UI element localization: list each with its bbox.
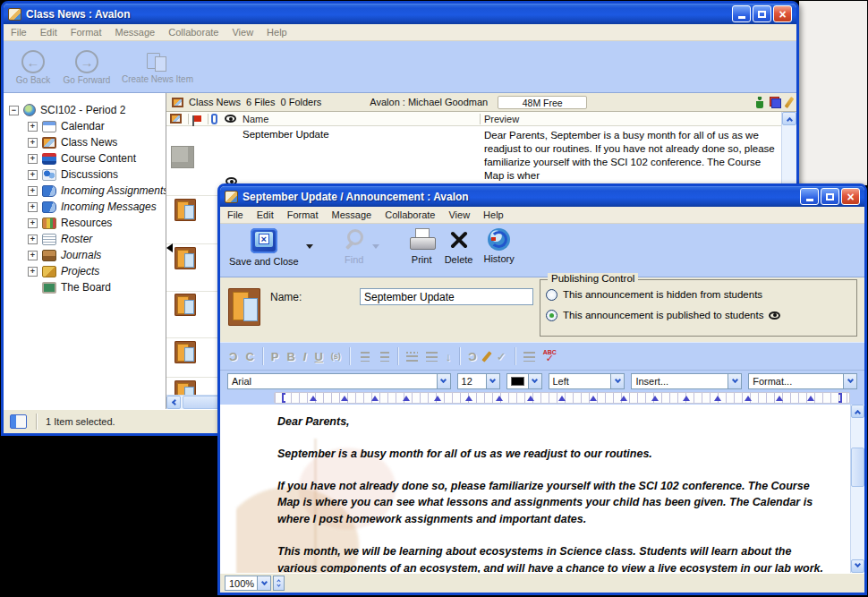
dropdown-button[interactable] xyxy=(728,374,741,388)
expand-icon[interactable]: + xyxy=(28,122,38,132)
tree-item-journals[interactable]: +Journals xyxy=(28,247,166,263)
alignment-select[interactable]: Left xyxy=(549,373,625,389)
indent-left-icon[interactable] xyxy=(361,352,370,362)
published-option-row[interactable]: This announcement is published to studen… xyxy=(546,306,851,324)
name-input[interactable] xyxy=(360,288,533,305)
published-radio-button[interactable] xyxy=(546,310,557,321)
find-dropdown-chevron[interactable] xyxy=(372,244,379,249)
save-and-close-button[interactable]: × Save and Close xyxy=(226,228,302,267)
collapse-icon[interactable]: − xyxy=(9,106,19,115)
announcement-icon[interactable] xyxy=(174,199,196,221)
expand-icon[interactable]: + xyxy=(28,267,38,277)
tree-item-the-board[interactable]: The Board xyxy=(42,279,166,295)
tree-item-projects[interactable]: +Projects xyxy=(28,263,166,279)
expand-icon[interactable]: + xyxy=(28,218,38,228)
zoom-spinner[interactable] xyxy=(273,576,285,591)
menu-file[interactable]: File xyxy=(11,27,27,38)
minimize-button[interactable] xyxy=(732,5,751,22)
row-preview[interactable]: Dear Parents, September is a busy month … xyxy=(484,129,781,183)
expand-icon[interactable]: + xyxy=(28,235,38,244)
underline-icon[interactable]: U xyxy=(314,351,322,362)
redo-icon[interactable]: C xyxy=(245,351,253,362)
flag-column-icon[interactable] xyxy=(194,115,201,122)
announcement-icon[interactable] xyxy=(174,341,196,363)
menu-collaborate[interactable]: Collaborate xyxy=(168,27,218,38)
scrollbar-thumb[interactable] xyxy=(851,448,864,487)
font-color-select[interactable] xyxy=(506,373,542,389)
menu-message[interactable]: Message xyxy=(115,27,156,38)
tree-item-incoming-assignments[interactable]: +Incoming Assignments xyxy=(28,183,166,199)
viewed-column-icon[interactable] xyxy=(225,115,236,123)
history-button[interactable]: History xyxy=(480,228,517,264)
layout-icon[interactable] xyxy=(770,97,781,108)
left-margin-marker[interactable] xyxy=(282,393,285,403)
close-button[interactable]: × xyxy=(773,5,792,22)
tree-item-discussions[interactable]: +Discussions xyxy=(28,166,166,183)
menu-view[interactable]: View xyxy=(448,209,470,220)
zoom-select[interactable]: 100% xyxy=(225,576,271,591)
go-back-button[interactable]: ← Go Back xyxy=(9,50,57,85)
menu-format[interactable]: Format xyxy=(71,27,102,38)
tree-item-class-news[interactable]: +Class News xyxy=(28,134,166,150)
expand-icon[interactable]: + xyxy=(28,186,38,196)
maximize-button[interactable] xyxy=(753,5,771,22)
align-icon[interactable] xyxy=(426,352,438,362)
font-family-select[interactable]: Arial xyxy=(227,373,451,389)
create-news-item-button[interactable]: Create News Item xyxy=(116,51,199,84)
subscript-icon[interactable]: (s) xyxy=(331,353,341,361)
pencil-icon[interactable] xyxy=(481,351,491,362)
spell-check-icon[interactable]: ABC✓ xyxy=(543,350,557,362)
expand-icon[interactable]: + xyxy=(28,251,38,260)
approve-check-icon[interactable]: ✓ xyxy=(497,351,506,362)
tree-item-resources[interactable]: +Resources xyxy=(28,215,166,231)
menu-help[interactable]: Help xyxy=(483,209,504,220)
print-button[interactable]: Print xyxy=(406,228,438,265)
message-text[interactable]: Dear Parents, September is a busy month … xyxy=(277,414,823,573)
dropdown-button[interactable] xyxy=(610,374,624,388)
bold-icon[interactable]: B xyxy=(286,351,294,362)
history-item-icon[interactable] xyxy=(171,146,194,168)
tree-item-course-content[interactable]: +Course Content xyxy=(28,150,166,166)
menu-edit[interactable]: Edit xyxy=(40,27,57,38)
save-dropdown-chevron[interactable] xyxy=(306,244,313,249)
revert-icon[interactable]: Ɔ xyxy=(468,351,476,362)
signature-icon[interactable] xyxy=(523,352,535,362)
ruler[interactable] xyxy=(220,391,864,405)
menu-help[interactable]: Help xyxy=(267,27,287,38)
editor-vertical-scrollbar[interactable] xyxy=(850,405,864,573)
dropdown-button[interactable] xyxy=(843,374,856,388)
tree-item-calendar[interactable]: +Calendar xyxy=(28,118,166,134)
expand-icon[interactable]: + xyxy=(28,154,38,164)
announcement-icon[interactable] xyxy=(174,380,196,395)
format-select[interactable]: Format... xyxy=(748,373,857,389)
dropdown-button[interactable] xyxy=(528,374,541,388)
indent-right-icon[interactable] xyxy=(380,352,389,362)
undo-icon[interactable]: Ɔ xyxy=(229,351,237,362)
expand-icon[interactable]: + xyxy=(28,170,38,180)
menu-collaborate[interactable]: Collaborate xyxy=(385,209,435,220)
dropdown-button[interactable] xyxy=(486,374,499,388)
menu-view[interactable]: View xyxy=(232,27,253,38)
back-titlebar[interactable]: Class News : Avalon × xyxy=(4,4,796,24)
name-column-header[interactable]: Name xyxy=(243,114,268,124)
menu-file[interactable]: File xyxy=(227,209,243,220)
announcement-icon[interactable] xyxy=(174,294,196,316)
preview-column-header[interactable]: Preview xyxy=(484,114,519,124)
scroll-up-button[interactable] xyxy=(782,112,796,125)
scroll-down-button[interactable] xyxy=(851,559,864,573)
edit-pencil-icon[interactable] xyxy=(785,97,795,108)
bullet-list-icon[interactable] xyxy=(406,352,418,362)
font-size-select[interactable]: 12 xyxy=(457,373,500,389)
insert-select[interactable]: Insert... xyxy=(631,373,742,389)
message-body-editor[interactable]: Dear Parents, September is a busy month … xyxy=(220,405,864,573)
expand-icon[interactable]: + xyxy=(28,202,38,212)
dropdown-button[interactable] xyxy=(437,374,450,388)
pane-toggle-icon[interactable] xyxy=(10,414,27,429)
right-margin-marker[interactable] xyxy=(838,393,842,403)
scroll-left-button[interactable] xyxy=(166,396,181,409)
go-forward-button[interactable]: → Go Forward xyxy=(63,50,111,85)
italic-icon[interactable]: I xyxy=(303,351,307,362)
minimize-button[interactable] xyxy=(800,188,819,205)
scroll-up-button[interactable] xyxy=(851,405,864,418)
menu-message[interactable]: Message xyxy=(332,209,372,220)
